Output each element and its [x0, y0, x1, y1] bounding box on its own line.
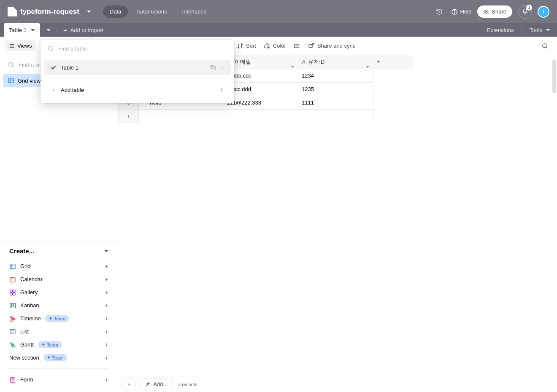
- create-timeline[interactable]: Timeline ✦ Team +: [9, 312, 108, 325]
- color-button[interactable]: Color: [260, 40, 290, 52]
- col-email-label: 이메일: [235, 58, 251, 66]
- create-row-label: New section: [9, 354, 39, 361]
- add-import-label: Add or import: [70, 27, 103, 33]
- tab-automations[interactable]: Automations: [130, 5, 173, 18]
- search-icon: [8, 61, 14, 68]
- scrollbar-thumb[interactable]: [552, 59, 556, 93]
- row-height-button[interactable]: [290, 40, 304, 52]
- help-button[interactable]: Help: [451, 8, 472, 15]
- add-record-button[interactable]: +: [122, 378, 136, 391]
- cell[interactable]: 1111: [298, 96, 373, 109]
- create-row-label: Form: [20, 376, 33, 383]
- col-email[interactable]: 이메일: [223, 55, 298, 69]
- create-label: Create...: [9, 247, 34, 255]
- list-icon: [9, 328, 16, 335]
- drag-handle-icon[interactable]: [221, 64, 225, 70]
- cell[interactable]: 1234: [298, 69, 373, 82]
- search-records-button[interactable]: [538, 40, 552, 52]
- search-icon: [47, 45, 54, 52]
- add-or-import-button[interactable]: + Add or import: [59, 27, 108, 34]
- add-field-button[interactable]: +: [373, 55, 413, 69]
- views-button[interactable]: Views: [5, 40, 35, 51]
- team-badge: ✦ Team: [45, 315, 69, 322]
- top-right: Help Share 1 I: [433, 5, 549, 19]
- create-grid[interactable]: Grid+: [9, 260, 108, 273]
- create-kanban[interactable]: Kanban+: [9, 299, 108, 312]
- svg-rect-20: [10, 290, 12, 292]
- svg-line-8: [12, 66, 14, 67]
- sort-button[interactable]: Sort: [233, 40, 260, 52]
- table-list-menu[interactable]: [40, 23, 55, 37]
- create-row-label: Grid: [20, 263, 31, 269]
- svg-rect-21: [13, 290, 15, 292]
- divider: [57, 27, 57, 33]
- popover-item-label: Table 1: [61, 64, 78, 71]
- cell[interactable]: @bbb.ccc: [223, 69, 298, 82]
- grid-icon: [8, 77, 14, 84]
- chevron-down-icon[interactable]: [365, 66, 370, 68]
- cell[interactable]: 1235: [298, 82, 373, 96]
- grid-area: 이메일 A 유저ID + @: [118, 55, 557, 376]
- history-icon[interactable]: [433, 6, 445, 18]
- share-sync-button[interactable]: Share and sync: [304, 40, 359, 52]
- svg-line-47: [311, 43, 314, 46]
- svg-rect-23: [13, 293, 15, 295]
- add-row-button[interactable]: +: [119, 109, 139, 123]
- notifications-button[interactable]: 1: [518, 5, 532, 19]
- svg-point-55: [222, 68, 222, 69]
- tab-interfaces[interactable]: Interfaces: [176, 5, 213, 18]
- svg-point-51: [49, 46, 52, 50]
- cell[interactable]: @ccc.ddd: [223, 82, 298, 96]
- create-gallery[interactable]: Gallery+: [9, 286, 108, 299]
- popover-search-input[interactable]: [58, 46, 227, 52]
- plus-icon: +: [105, 276, 108, 283]
- team-badge: ✦ Team: [43, 354, 67, 361]
- logo-icon: [8, 7, 17, 16]
- svg-rect-35: [11, 344, 14, 345]
- kanban-icon: [9, 302, 16, 309]
- plus-icon: +: [105, 315, 108, 322]
- plus-icon: +: [105, 341, 108, 348]
- tab-data[interactable]: Data: [103, 5, 128, 18]
- svg-point-2: [484, 11, 486, 12]
- table-picker-popover: Table 1 + Add table: [41, 40, 234, 103]
- tools-button[interactable]: Tools: [530, 27, 550, 33]
- create-row-label: Gallery: [20, 289, 38, 295]
- popover-table-item[interactable]: Table 1: [44, 60, 231, 75]
- chevron-down-icon: [31, 29, 35, 31]
- form-icon: [9, 376, 16, 383]
- create-header[interactable]: Create...: [9, 247, 108, 255]
- svg-point-1: [454, 13, 454, 13]
- hide-icon[interactable]: [210, 64, 216, 71]
- views-label: Views: [17, 43, 32, 49]
- plus-icon: +: [105, 289, 108, 296]
- plus-icon: +: [50, 87, 57, 93]
- divider: [9, 368, 108, 369]
- svg-point-57: [223, 67, 223, 67]
- create-new-section[interactable]: New section ✦ Team +: [9, 351, 108, 364]
- create-list[interactable]: List+: [9, 325, 108, 338]
- add-menu-button[interactable]: Add...: [139, 378, 173, 390]
- share-button[interactable]: Share: [477, 5, 512, 18]
- svg-point-53: [222, 66, 222, 66]
- create-calendar[interactable]: Calendar+: [9, 273, 108, 286]
- base-switcher[interactable]: typeform-request: [8, 7, 91, 16]
- timeline-icon: [9, 315, 16, 322]
- avatar[interactable]: I: [538, 6, 549, 18]
- svg-rect-28: [11, 318, 15, 320]
- popover-add-table[interactable]: + Add table: [44, 82, 231, 97]
- chevron-down-icon[interactable]: [290, 66, 295, 68]
- share-label: Share: [492, 8, 506, 15]
- extensions-button[interactable]: Extensions: [487, 27, 514, 33]
- col-userid-label: 유저ID: [308, 58, 324, 66]
- create-form[interactable]: Form+: [9, 373, 108, 386]
- table-tab-active[interactable]: Table 1: [4, 23, 40, 37]
- col-userid[interactable]: A 유저ID: [298, 55, 373, 69]
- svg-point-41: [268, 47, 270, 48]
- table-bar-right: Extensions Tools: [487, 27, 557, 33]
- notification-count: 1: [526, 5, 532, 11]
- svg-point-3: [487, 11, 488, 12]
- create-gantt[interactable]: Gantt ✦ Team +: [9, 338, 108, 351]
- cell[interactable]: 111@222.333: [223, 96, 298, 109]
- create-row-label: List: [20, 328, 29, 335]
